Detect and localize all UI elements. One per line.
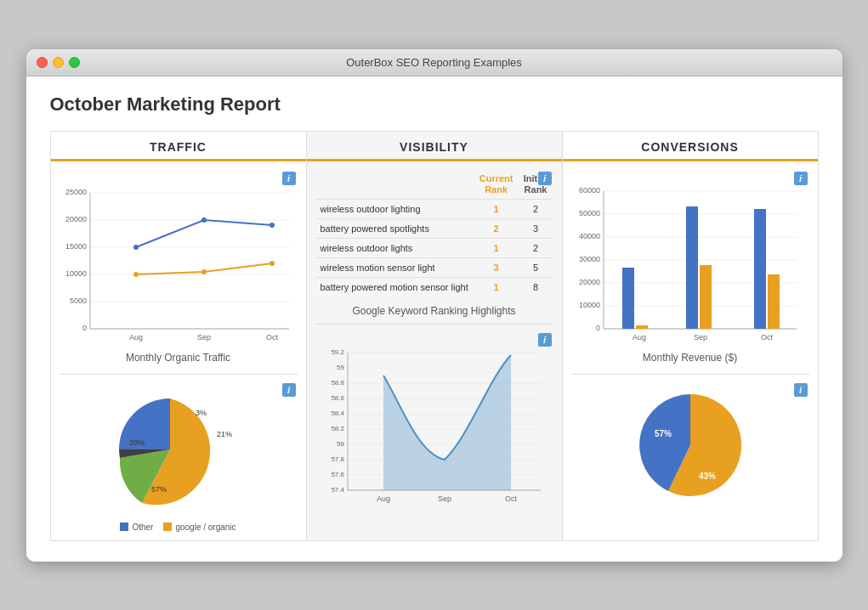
keyword-table: CurrentRank InitialRank wireless outdoor… <box>315 170 553 297</box>
visibility-header: VISIBILITY <box>307 132 562 161</box>
top-sections-row: TRAFFIC i 0 5000 10000 15000 20000 25000 <box>50 131 819 541</box>
kw-keyword: battery powered motion sensor light <box>315 277 474 297</box>
svg-text:58.8: 58.8 <box>331 379 344 387</box>
title-bar: OuterBox SEO Reporting Examples <box>26 49 842 76</box>
bar-aug-2018 <box>636 325 648 329</box>
keyword-table-title: Google Keyword Ranking Highlights <box>315 305 553 317</box>
kw-current-rank: 1 <box>474 238 519 257</box>
kw-keyword: wireless outdoor lighting <box>315 199 474 218</box>
svg-text:57.8: 57.8 <box>331 455 344 463</box>
svg-text:10000: 10000 <box>578 301 599 309</box>
svg-point-19 <box>269 223 275 228</box>
line-chart-svg: 0 5000 10000 15000 20000 25000 <box>60 173 298 343</box>
conversions-pie-chart: i 57% 43% <box>571 381 809 517</box>
table-row: battery powered spotlights 2 3 <box>315 218 553 238</box>
svg-text:Aug: Aug <box>376 494 389 503</box>
svg-text:25000: 25000 <box>65 188 86 196</box>
conversions-body: i 0 10000 20000 30000 40000 50000 60000 <box>563 161 818 526</box>
line-chart-title: Monthly Organic Traffic <box>60 352 298 364</box>
minimize-button[interactable] <box>53 57 64 68</box>
svg-text:43%: 43% <box>699 472 716 481</box>
svg-text:Aug: Aug <box>128 333 142 342</box>
traffic-pie-legend: Other google / organic <box>120 522 235 532</box>
window-controls <box>37 57 80 68</box>
svg-text:57%: 57% <box>655 429 672 438</box>
svg-text:58: 58 <box>337 440 344 448</box>
keyword-info-icon[interactable]: i <box>538 172 552 185</box>
kw-current-rank: 2 <box>474 218 519 238</box>
svg-text:Sep: Sep <box>437 494 451 503</box>
visibility-section: VISIBILITY i CurrentRank InitialRank <box>307 132 563 540</box>
svg-text:21%: 21% <box>217 430 232 438</box>
svg-text:30000: 30000 <box>578 255 599 263</box>
kw-keyword: wireless outdoor lights <box>315 238 474 257</box>
legend-organic-color <box>163 522 172 531</box>
bar-aug-2019 <box>622 268 634 329</box>
svg-text:Oct: Oct <box>760 333 773 342</box>
svg-text:57.6: 57.6 <box>331 471 344 478</box>
kw-current-rank: 1 <box>474 277 519 297</box>
kw-initial-rank: 2 <box>519 199 553 218</box>
bar-chart-title: Monthly Revenue ($) <box>571 352 809 364</box>
bar-oct-2018 <box>768 274 780 329</box>
svg-text:10000: 10000 <box>65 269 86 278</box>
kw-initial-rank: 5 <box>519 257 553 277</box>
kw-keyword: wireless motion sensor light <box>315 257 474 277</box>
legend-organic: google / organic <box>163 522 235 532</box>
svg-text:58.2: 58.2 <box>331 425 344 432</box>
conv-pie-svg: 57% 43% <box>605 381 775 517</box>
traffic-body: i 0 5000 10000 15000 20000 25000 <box>51 161 306 540</box>
visibility-area-chart: i 57.4 57.6 57.8 58 58.2 58.4 58.6 <box>315 331 553 511</box>
kw-current-rank: 3 <box>474 257 519 277</box>
close-button[interactable] <box>37 57 48 68</box>
traffic-pie-chart: i <box>60 381 298 532</box>
legend-other: Other <box>120 522 153 532</box>
report-title: October Marketing Report <box>50 93 819 116</box>
kw-keyword: battery powered spotlights <box>315 218 474 238</box>
svg-text:60000: 60000 <box>578 186 599 195</box>
conversions-bar-chart: i 0 10000 20000 30000 40000 50000 60000 <box>571 170 809 367</box>
legend-organic-label: google / organic <box>175 522 235 532</box>
table-row: wireless outdoor lights 1 2 <box>315 238 553 257</box>
bar-info-icon[interactable]: i <box>794 172 808 185</box>
svg-text:Oct: Oct <box>265 333 278 342</box>
svg-text:Sep: Sep <box>196 333 210 342</box>
svg-text:20%: 20% <box>129 438 145 447</box>
svg-text:Aug: Aug <box>632 333 645 342</box>
table-row: battery powered motion sensor light 1 8 <box>315 277 553 297</box>
kw-col-current: CurrentRank <box>474 170 519 200</box>
window-title: OuterBox SEO Reporting Examples <box>346 56 522 69</box>
table-row: wireless motion sensor light 3 5 <box>315 257 553 277</box>
kw-current-rank: 1 <box>474 199 519 218</box>
svg-text:58.4: 58.4 <box>331 409 344 417</box>
traffic-info-icon[interactable]: i <box>282 172 296 185</box>
svg-text:0: 0 <box>82 324 86 332</box>
kw-col-keyword <box>315 170 474 200</box>
legend-other-label: Other <box>132 522 153 532</box>
content-area: October Marketing Report TRAFFIC i 0 500… <box>26 76 842 562</box>
svg-point-17 <box>133 245 139 250</box>
svg-text:20000: 20000 <box>578 278 599 286</box>
svg-text:57.4: 57.4 <box>331 486 344 494</box>
traffic-pie-svg: 21% 3% 20% 57% <box>94 381 264 517</box>
visibility-body: i CurrentRank InitialRank <box>307 161 562 520</box>
conversions-section: CONVERSIONS i 0 10000 20000 30000 <box>563 132 818 540</box>
table-row: wireless outdoor lighting 1 2 <box>315 199 553 218</box>
conversions-header: CONVERSIONS <box>563 132 818 161</box>
conv-pie-info-icon[interactable]: i <box>794 383 808 397</box>
svg-text:57%: 57% <box>151 485 167 494</box>
svg-text:59: 59 <box>337 364 344 371</box>
svg-text:5000: 5000 <box>69 297 86 305</box>
svg-text:40000: 40000 <box>578 232 599 240</box>
area-info-icon[interactable]: i <box>538 333 552 347</box>
area-chart-svg: 57.4 57.6 57.8 58 58.2 58.4 58.6 58.8 59… <box>315 335 553 505</box>
bar-sep-2018 <box>700 265 712 329</box>
svg-text:3%: 3% <box>196 409 207 417</box>
traffic-pie-info-icon[interactable]: i <box>282 383 296 397</box>
svg-point-20 <box>133 272 139 277</box>
svg-text:Oct: Oct <box>504 494 517 503</box>
svg-text:15000: 15000 <box>65 242 86 251</box>
svg-text:59.2: 59.2 <box>331 348 344 356</box>
maximize-button[interactable] <box>69 57 80 68</box>
svg-point-18 <box>201 217 207 223</box>
